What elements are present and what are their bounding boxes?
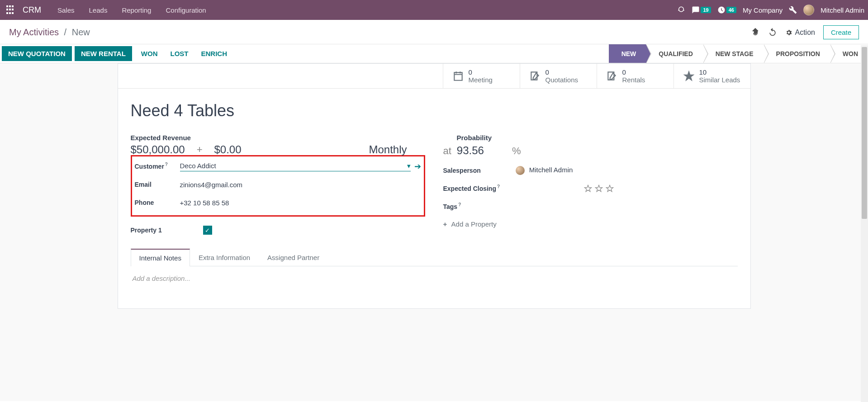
- nav-brand[interactable]: CRM: [23, 5, 41, 15]
- tags-label: Tags?: [443, 203, 516, 210]
- stat-rentals-count: 0: [622, 68, 645, 76]
- closing-row: Expected Closing?: [443, 180, 738, 197]
- messages-icon[interactable]: 19: [692, 6, 711, 14]
- stat-quotations[interactable]: 0 Quotations: [520, 64, 597, 88]
- revenue-period[interactable]: Monthly: [369, 143, 425, 156]
- nav-sales[interactable]: Sales: [51, 6, 81, 14]
- revenue-row: $50,000.00 + $0.00 Monthly: [131, 143, 425, 156]
- stat-meeting-count: 0: [469, 68, 493, 76]
- revenue-value[interactable]: $50,000.00: [131, 143, 185, 156]
- user-avatar[interactable]: [803, 5, 814, 15]
- activities-badge: 46: [726, 7, 736, 13]
- save-icon[interactable]: [751, 27, 760, 38]
- two-col: Expected Revenue $50,000.00 + $0.00 Mont…: [131, 134, 738, 240]
- record-title[interactable]: Need 4 Tables: [131, 101, 738, 120]
- property1-row: Property 1 ✓: [131, 222, 425, 238]
- salesperson-label: Salesperson: [443, 167, 516, 174]
- phone-icon[interactable]: [677, 6, 685, 14]
- tab-internal-notes[interactable]: Internal Notes: [131, 249, 190, 266]
- star-icon[interactable]: [594, 184, 603, 193]
- nav-reporting[interactable]: Reporting: [115, 6, 157, 14]
- scrollbar-thumb[interactable]: [862, 47, 867, 219]
- create-button[interactable]: Create: [823, 25, 859, 39]
- action-buttons: NEW QUOTATION NEW RENTAL WON LOST ENRICH: [2, 46, 233, 61]
- breadcrumb-link[interactable]: My Activities: [9, 27, 59, 37]
- star-icon: [683, 70, 695, 82]
- nav-configuration[interactable]: Configuration: [159, 6, 212, 14]
- nav-leads[interactable]: Leads: [83, 6, 114, 14]
- stat-similar-leads[interactable]: 10 Similar Leads: [674, 64, 750, 88]
- enrich-button[interactable]: ENRICH: [195, 46, 234, 61]
- form-body: Need 4 Tables Expected Revenue $50,000.0…: [118, 89, 750, 308]
- highlight-box: Customer? Deco Addict ▾ ➔ Email zinions4…: [131, 155, 425, 217]
- stage-new-stage[interactable]: NEW STAGE: [703, 44, 764, 63]
- stat-quotations-label: Quotations: [545, 76, 579, 84]
- salesperson-avatar: [516, 166, 525, 175]
- debug-icon[interactable]: [789, 6, 797, 14]
- new-quotation-button[interactable]: NEW QUOTATION: [2, 46, 72, 61]
- revenue-recurring[interactable]: $0.00: [214, 143, 241, 156]
- probability-label: Probability: [443, 134, 738, 142]
- description-field[interactable]: Add a description...: [133, 274, 736, 282]
- calendar-icon: [452, 70, 464, 82]
- stat-meeting[interactable]: 0 Meeting: [443, 64, 520, 88]
- stat-rentals[interactable]: 0 Rentals: [597, 64, 674, 88]
- priority-stars[interactable]: [583, 184, 738, 193]
- left-col: Expected Revenue $50,000.00 + $0.00 Mont…: [131, 134, 425, 240]
- email-value[interactable]: zinions4@gmail.com: [180, 181, 421, 189]
- user-name[interactable]: Mitchell Admin: [821, 6, 864, 14]
- stat-similar-count: 10: [699, 68, 740, 76]
- form-container: 0 Meeting 0 Quotations 0 Rentals: [0, 63, 868, 401]
- action-label: Action: [795, 28, 815, 37]
- customer-field[interactable]: Deco Addict ▾: [180, 162, 411, 171]
- control-panel: My Activities / New Action Create: [0, 20, 868, 44]
- salesperson-row: Salesperson Mitchell Admin: [443, 162, 738, 179]
- nav-left: CRM Sales Leads Reporting Configuration: [4, 5, 213, 15]
- stage-proposition[interactable]: PROPOSITION: [764, 44, 830, 63]
- activities-icon[interactable]: 46: [717, 6, 736, 14]
- breadcrumb-current: New: [72, 27, 90, 37]
- stat-similar-label: Similar Leads: [699, 76, 740, 84]
- closing-label: Expected Closing?: [443, 185, 516, 192]
- add-property-label: Add a Property: [451, 220, 497, 228]
- plus-icon: +: [443, 220, 447, 228]
- won-button[interactable]: WON: [135, 46, 164, 61]
- breadcrumb: My Activities / New: [9, 27, 90, 38]
- dropdown-caret-icon[interactable]: ▾: [407, 162, 411, 170]
- external-link-icon[interactable]: ➔: [414, 161, 421, 171]
- right-col: Probability at 93.56 % Salesperson Mitch…: [443, 134, 738, 240]
- tab-assigned-partner[interactable]: Assigned Partner: [259, 249, 328, 266]
- customer-label: Customer?: [135, 163, 180, 170]
- tab-content: Add a description...: [131, 266, 738, 290]
- property1-label: Property 1: [131, 227, 203, 234]
- stage-new[interactable]: NEW: [609, 44, 646, 63]
- lost-button[interactable]: LOST: [164, 46, 195, 61]
- probability-value[interactable]: 93.56: [457, 144, 484, 157]
- add-property-button[interactable]: + Add a Property: [443, 220, 738, 228]
- cp-right: Action Create: [751, 25, 859, 39]
- action-menu[interactable]: Action: [785, 28, 815, 37]
- scrollbar[interactable]: [861, 45, 868, 401]
- stat-rentals-label: Rentals: [622, 76, 645, 84]
- breadcrumb-sep: /: [64, 27, 67, 37]
- company-switcher[interactable]: My Company: [743, 6, 783, 14]
- star-icon[interactable]: [583, 184, 593, 193]
- tab-extra-information[interactable]: Extra Information: [190, 249, 259, 266]
- property1-checkbox[interactable]: ✓: [203, 226, 212, 235]
- phone-value[interactable]: +32 10 58 85 58: [180, 199, 421, 207]
- email-row: Email zinions4@gmail.com: [135, 176, 421, 193]
- discard-icon[interactable]: [768, 27, 777, 38]
- new-rental-button[interactable]: NEW RENTAL: [75, 46, 132, 61]
- expected-revenue-label: Expected Revenue: [131, 134, 425, 142]
- nav-right: 19 46 My Company Mitchell Admin: [677, 5, 864, 15]
- star-icon[interactable]: [605, 184, 614, 193]
- salesperson-value: Mitchell Admin: [529, 166, 573, 174]
- priority-field[interactable]: [516, 184, 738, 193]
- stage-qualified[interactable]: QUALIFIED: [646, 44, 702, 63]
- tags-row: Tags?: [443, 199, 738, 215]
- email-label: Email: [135, 181, 180, 188]
- salesperson-field[interactable]: Mitchell Admin: [516, 166, 738, 175]
- form-sheet: 0 Meeting 0 Quotations 0 Rentals: [118, 63, 751, 309]
- status-pills: NEW QUALIFIED NEW STAGE PROPOSITION WON: [609, 44, 868, 63]
- apps-icon[interactable]: [6, 5, 15, 14]
